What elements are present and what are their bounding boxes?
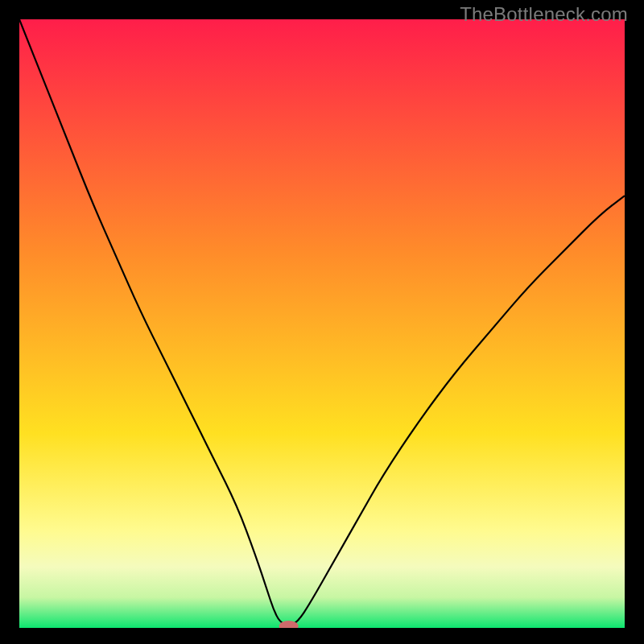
gradient-background [19,19,625,628]
chart-frame: TheBottleneck.com [0,0,644,644]
bottleneck-chart [19,19,625,628]
watermark-text: TheBottleneck.com [460,3,628,26]
